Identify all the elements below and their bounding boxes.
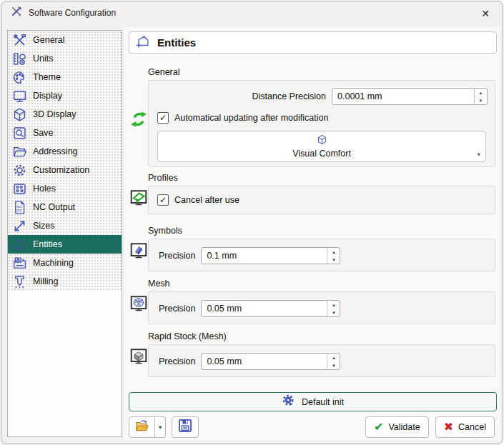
- sync-arrows-icon: [129, 110, 148, 129]
- spin-down-icon[interactable]: ▼: [327, 309, 340, 316]
- rapid-stock-section-label: Rapid Stock (Mesh): [148, 331, 227, 341]
- symbols-precision-label: Precision: [159, 251, 195, 261]
- units-ruler-icon: [11, 50, 28, 67]
- sidebar-item-save[interactable]: Save: [8, 124, 122, 142]
- dimension-arrow-icon: [11, 217, 28, 234]
- default-init-button[interactable]: Default init: [129, 392, 497, 411]
- close-icon: ✕: [481, 8, 490, 19]
- mesh-section-label: Mesh: [148, 279, 170, 289]
- sidebar-item-machining[interactable]: Machining: [8, 254, 122, 272]
- cancel-after-use-checkbox[interactable]: ✓: [157, 194, 169, 206]
- sidebar-item-customization[interactable]: Customization: [8, 161, 122, 179]
- auto-update-row: ✓ Automatical updating after modificatio…: [157, 112, 328, 124]
- svg-text:G01: G01: [16, 204, 22, 208]
- sidebar-item-addressing[interactable]: Addressing: [8, 142, 122, 161]
- sidebar-item-label: NC Output: [33, 202, 75, 212]
- general-section-label: General: [148, 67, 179, 77]
- cancel-after-use-label: Cancel after use: [174, 195, 239, 205]
- folder-open-icon: [134, 419, 150, 436]
- save-search-icon: [11, 124, 28, 141]
- cube-3d-icon: [11, 106, 28, 123]
- close-button[interactable]: ✕: [478, 6, 493, 21]
- default-init-label: Default init: [302, 397, 344, 407]
- chevron-down-icon: ▾: [477, 151, 480, 158]
- spin-down-icon[interactable]: ▼: [327, 256, 340, 264]
- sidebar-item-label: Customization: [33, 165, 89, 175]
- save-config-button[interactable]: [172, 416, 199, 438]
- sidebar-item-entities[interactable]: Entities: [8, 235, 122, 254]
- distance-precision-label: Distance Precision: [252, 91, 326, 101]
- gcode-document-icon: G01 G02: [11, 199, 28, 216]
- spin-buttons: ▲ ▼: [327, 301, 340, 316]
- cube-icon: [317, 134, 327, 148]
- sidebar-item-label: Holes: [33, 184, 56, 194]
- sidebar-item-label: General: [33, 35, 64, 45]
- category-sidebar: General Units: [7, 30, 122, 437]
- spin-down-icon[interactable]: ▼: [327, 361, 340, 369]
- gear-refresh-icon: [282, 394, 296, 410]
- rapid-stock-block-icon: [129, 347, 148, 366]
- sidebar-item-display[interactable]: Display: [8, 86, 122, 105]
- rapid-stock-precision-row: Precision 0.05 mm ▲ ▼: [159, 353, 340, 370]
- display-monitor-icon: [11, 87, 28, 104]
- visual-comfort-dropdown[interactable]: Visual Comfort ▾: [157, 131, 486, 162]
- auto-update-label: Automatical updating after modification: [174, 113, 328, 123]
- spin-buttons: ▲ ▼: [327, 248, 340, 264]
- sidebar-item-milling[interactable]: Milling: [8, 272, 122, 291]
- rapid-stock-precision-value[interactable]: 0.05 mm: [202, 354, 327, 369]
- symbols-precision-value[interactable]: 0.1 mm: [202, 248, 327, 264]
- general-group-box: Distance Precision 0.0001 mm ▲ ▼ ✓ Autom…: [148, 80, 495, 167]
- symbols-precision-spinbox[interactable]: 0.1 mm ▲ ▼: [201, 247, 340, 264]
- mesh-precision-value[interactable]: 0.05 mm: [202, 301, 327, 316]
- sidebar-item-units[interactable]: Units: [8, 49, 122, 68]
- open-config-button[interactable]: [129, 416, 155, 438]
- sidebar-item-sizes[interactable]: Sizes: [8, 216, 122, 235]
- sidebar-item-3d-display[interactable]: 3D Display: [8, 105, 122, 124]
- distance-precision-spinbox[interactable]: 0.0001 mm ▲ ▼: [332, 88, 488, 105]
- dialog-actions: ✔ Validate ✖ Cancel: [365, 416, 495, 438]
- cancel-after-use-row: ✓ Cancel after use: [157, 194, 239, 206]
- sidebar-item-holes[interactable]: Holes: [8, 179, 122, 198]
- page-header: Entities: [129, 31, 497, 54]
- sidebar-item-label: Display: [33, 91, 62, 101]
- distance-precision-value[interactable]: 0.0001 mm: [332, 89, 474, 104]
- sidebar-item-label: Save: [33, 128, 54, 138]
- cancel-x-icon: ✖: [444, 421, 453, 433]
- rapid-stock-precision-spinbox[interactable]: 0.05 mm ▲ ▼: [201, 353, 340, 370]
- general-tools-icon: [11, 31, 28, 49]
- sidebar-item-label: Milling: [33, 276, 58, 286]
- sidebar-item-general[interactable]: General: [8, 31, 122, 49]
- spin-buttons: ▲ ▼: [474, 89, 487, 104]
- spin-down-icon[interactable]: ▼: [475, 96, 487, 104]
- sidebar-item-theme[interactable]: Theme: [8, 68, 122, 86]
- open-config-dropdown-button[interactable]: ▾: [155, 416, 166, 438]
- file-tool-group: ▾: [129, 416, 199, 438]
- category-list: General Units: [8, 31, 122, 291]
- titlebar: Software Configuration: [1, 1, 503, 24]
- theme-palette-icon: [11, 69, 28, 86]
- holes-plate-icon: [11, 180, 28, 197]
- validate-check-icon: ✔: [374, 421, 383, 433]
- folder-open-icon: [11, 143, 28, 160]
- mesh-precision-spinbox[interactable]: 0.05 mm ▲ ▼: [201, 300, 340, 317]
- mesh-precision-row: Precision 0.05 mm ▲ ▼: [159, 300, 340, 317]
- symbols-group-box: Precision 0.1 mm ▲ ▼: [148, 239, 495, 271]
- cancel-label: Cancel: [458, 422, 486, 432]
- auto-update-checkbox[interactable]: ✓: [157, 112, 169, 124]
- profiles-section-label: Profiles: [148, 173, 178, 183]
- symbols-precision-row: Precision 0.1 mm ▲ ▼: [159, 247, 340, 264]
- rapid-stock-group-box: Precision 0.05 mm ▲ ▼: [148, 344, 495, 377]
- spin-up-icon[interactable]: ▲: [327, 248, 340, 256]
- validate-button[interactable]: ✔ Validate: [365, 416, 429, 438]
- mesh-group-box: Precision 0.05 mm ▲ ▼: [148, 291, 495, 324]
- spin-up-icon[interactable]: ▲: [327, 354, 340, 361]
- symbols-section-label: Symbols: [148, 226, 182, 236]
- spin-up-icon[interactable]: ▲: [327, 301, 340, 309]
- sidebar-item-label: Entities: [33, 239, 62, 249]
- spin-up-icon[interactable]: ▲: [475, 89, 487, 96]
- sidebar-item-nc-output[interactable]: G01 G02 NC Output: [8, 198, 122, 216]
- cancel-button[interactable]: ✖ Cancel: [435, 416, 495, 438]
- rapid-stock-precision-label: Precision: [159, 356, 195, 366]
- checkmark-icon: ✓: [159, 114, 167, 122]
- sidebar-item-label: Theme: [33, 72, 61, 82]
